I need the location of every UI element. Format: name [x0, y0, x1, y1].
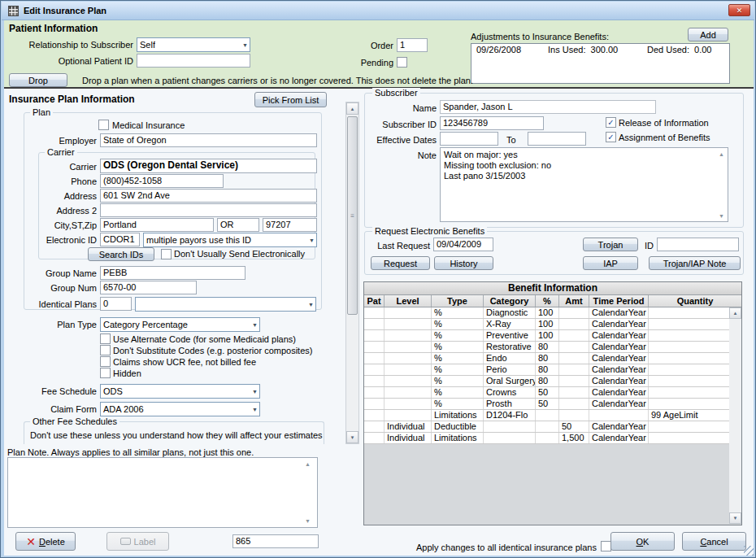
cancel-button[interactable]: Cancel: [682, 532, 746, 551]
column-header[interactable]: %: [536, 295, 559, 307]
scroll-up-icon[interactable]: ▲: [719, 151, 724, 157]
payor-dropdown[interactable]: multiple payors use this ID ▼: [143, 233, 317, 247]
zip-field[interactable]: 97207: [263, 218, 317, 232]
subscriber-note-textarea[interactable]: Wait on major: yes Missing tooth exclusi…: [440, 147, 728, 222]
pick-from-list-button[interactable]: Pick From List: [254, 92, 327, 107]
column-header[interactable]: Category: [484, 295, 536, 307]
column-header[interactable]: Type: [432, 295, 484, 307]
dropdown-arrow-icon: ▼: [250, 389, 258, 395]
address2-field[interactable]: [100, 203, 317, 217]
city-field[interactable]: Portland: [100, 218, 214, 232]
release-of-information-checkbox[interactable]: ✓: [606, 117, 616, 128]
ucr-fee-checkbox[interactable]: [100, 356, 111, 367]
table-row[interactable]: %Crowns50CalendarYear: [364, 387, 729, 399]
scroll-up-icon[interactable]: ▲: [305, 461, 311, 467]
table-row[interactable]: %Diagnostic100CalendarYear: [364, 307, 729, 319]
add-adjustment-button[interactable]: Add: [688, 28, 728, 41]
iap-button-label: IAP: [603, 259, 618, 268]
subscriber-id-field[interactable]: 123456789: [440, 116, 544, 130]
optional-patient-id-field[interactable]: [137, 54, 250, 68]
column-header[interactable]: Level: [385, 295, 432, 307]
trojan-id-field[interactable]: [657, 238, 739, 251]
assignment-of-benefits-checkbox[interactable]: ✓: [606, 132, 616, 142]
electronic-id-field[interactable]: CDOR1: [100, 233, 140, 246]
scroll-down-icon: ▼: [733, 516, 738, 521]
table-row[interactable]: %Restorative80CalendarYear: [364, 342, 729, 353]
table-row[interactable]: %Prosth50CalendarYear: [364, 399, 729, 410]
drop-button-label: Drop: [28, 76, 48, 85]
group-num-field[interactable]: 6570-00: [100, 281, 197, 294]
title-bar[interactable]: [2, 2, 754, 20]
table-row[interactable]: %Endo80CalendarYear: [364, 353, 729, 364]
scrollbar-thumb[interactable]: ≡: [347, 116, 358, 315]
claim-form-dropdown[interactable]: ADA 2006 ▼: [100, 402, 260, 416]
trojan-iap-note-button[interactable]: Trojan/IAP Note: [649, 256, 741, 270]
relationship-dropdown[interactable]: Self ▼: [137, 37, 250, 52]
group-name-field[interactable]: PEBB: [100, 266, 245, 280]
close-button[interactable]: ✕: [728, 4, 750, 16]
order-field[interactable]: 1: [397, 38, 428, 52]
table-cell: 100: [536, 319, 559, 329]
identical-plans-field[interactable]: 0: [100, 297, 132, 311]
table-cell: 50: [536, 399, 559, 409]
hidden-checkbox[interactable]: [100, 368, 111, 378]
iap-button[interactable]: IAP: [583, 256, 638, 270]
alternate-code-checkbox[interactable]: [100, 333, 111, 344]
effective-to-field[interactable]: [528, 132, 586, 146]
table-row[interactable]: LimitationsD1204-Flo99 AgeLimit: [364, 410, 729, 421]
effective-from-field[interactable]: [440, 132, 498, 146]
address-field[interactable]: 601 SW 2nd Ave: [100, 189, 317, 203]
table-row[interactable]: IndividualLimitations1,500CalendarYear: [364, 433, 729, 444]
table-row[interactable]: %Oral Surgery80CalendarYear: [364, 376, 729, 387]
dont-substitute-label: Don't Substitute Codes (e.g. posterior c…: [113, 346, 312, 355]
plan-note-textarea[interactable]: [7, 457, 318, 528]
trojan-button[interactable]: Trojan: [583, 238, 638, 251]
fee-schedule-dropdown[interactable]: ODS ▼: [100, 384, 260, 399]
plan-type-dropdown[interactable]: Category Percentage ▼: [100, 317, 260, 332]
history-button[interactable]: History: [434, 256, 493, 270]
table-cell: CalendarYear: [589, 330, 649, 341]
table-cell: %: [432, 399, 484, 409]
state-field[interactable]: OR: [217, 218, 259, 232]
dont-substitute-checkbox[interactable]: [100, 345, 111, 355]
table-cell: [536, 410, 559, 421]
scroll-up-button[interactable]: ▲: [729, 307, 741, 319]
dont-send-checkbox[interactable]: [161, 249, 172, 259]
subscriber-name-field[interactable]: Spander, Jason L: [440, 100, 656, 114]
column-header[interactable]: Time Period: [589, 295, 649, 307]
delete-plan-button[interactable]: ✕ Delete: [15, 532, 76, 551]
dropdown-arrow-icon: ▼: [250, 407, 258, 412]
adjustment-row[interactable]: 09/26/2008 Ins Used: 300.00 Ded Used: 0.…: [471, 44, 729, 54]
last-request-field[interactable]: 09/04/2009: [433, 238, 493, 251]
plan-num-field[interactable]: 865: [232, 534, 319, 548]
drop-plan-button[interactable]: Drop: [9, 73, 67, 87]
identical-plans-dropdown[interactable]: ▼: [135, 297, 316, 312]
scroll-down-button[interactable]: ▼: [729, 512, 741, 524]
address2-label: Address 2: [9, 206, 97, 216]
table-row[interactable]: %Preventive100CalendarYear: [364, 330, 729, 342]
medical-insurance-checkbox[interactable]: [98, 120, 109, 130]
table-cell: [364, 342, 385, 352]
resize-grip[interactable]: [744, 546, 754, 556]
column-header[interactable]: Pat: [364, 295, 385, 307]
search-ids-button[interactable]: Search IDs: [88, 247, 154, 261]
order-label: Order: [345, 41, 393, 50]
adjustments-listbox[interactable]: 09/26/2008 Ins Used: 300.00 Ded Used: 0.…: [471, 43, 730, 84]
employer-field[interactable]: State of Oregon: [100, 133, 317, 147]
table-row[interactable]: IndividualDeductible50CalendarYear: [364, 421, 729, 433]
scroll-down-button[interactable]: ▼: [346, 431, 358, 443]
phone-field[interactable]: (800)452-1058: [100, 174, 224, 188]
pending-checkbox[interactable]: [397, 57, 407, 68]
scroll-down-icon[interactable]: ▼: [719, 213, 724, 219]
benefit-table-scrollbar[interactable]: ▲ ▼: [729, 307, 741, 524]
table-row[interactable]: %Perio80CalendarYear: [364, 364, 729, 376]
table-row[interactable]: %X-Ray100CalendarYear: [364, 319, 729, 330]
label-button[interactable]: Label: [106, 532, 169, 551]
carrier-field[interactable]: ODS (Oregon Dental Service): [100, 159, 317, 173]
column-header[interactable]: Quantity: [649, 295, 741, 307]
table-cell: [364, 376, 385, 386]
column-header[interactable]: Amt: [559, 295, 589, 307]
request-button[interactable]: Request: [371, 256, 430, 270]
ok-button[interactable]: OK: [610, 532, 675, 551]
scroll-down-icon[interactable]: ▼: [305, 518, 311, 524]
